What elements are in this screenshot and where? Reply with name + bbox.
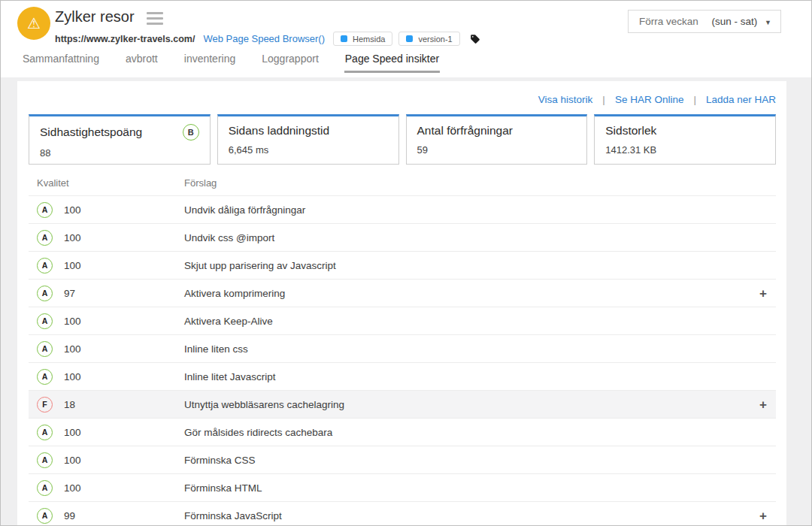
- stat-card-value: 6,645 ms: [229, 144, 388, 156]
- chevron-down-icon: ▼: [765, 19, 771, 26]
- quality-cell: A 100: [29, 313, 184, 329]
- suggestion-text: Aktivera Keep-Alive: [184, 316, 776, 327]
- suggestion-text: Gör målsides ridirects cachebara: [184, 427, 776, 438]
- stat-cards: Sidhastighetspoäng B 88 Sidans laddnings…: [29, 114, 776, 165]
- table-row[interactable]: A 100 Inline litet Javascript +: [29, 362, 776, 390]
- score-value: 100: [64, 343, 81, 355]
- score-value: 100: [64, 482, 81, 494]
- grade-badge: A: [37, 425, 53, 440]
- tag-chip[interactable]: Hemsida: [333, 32, 392, 46]
- monitor-title: Zylker resor: [55, 8, 135, 26]
- suggestion-text: Förminska CSS: [184, 455, 776, 466]
- score-value: 100: [64, 455, 81, 466]
- score-value: 100: [64, 232, 81, 243]
- stat-card-label: Sidans laddningstid: [229, 124, 329, 138]
- period-dropdown[interactable]: Förra veckan (sun - sat) ▼: [628, 10, 781, 33]
- grade-badge: A: [37, 286, 53, 301]
- quality-cell: A 100: [29, 480, 184, 496]
- har-link[interactable]: Ladda ner HAR: [683, 94, 776, 105]
- stat-card-value: 1412.31 KB: [605, 144, 765, 156]
- column-header-quality: Kvalitet: [29, 177, 184, 189]
- suggestion-text: Skjut upp parisering av Javascript: [184, 260, 776, 271]
- table-header: Kvalitet Förslag: [29, 171, 776, 195]
- har-link[interactable]: Visa historik: [538, 94, 593, 105]
- score-value: 97: [64, 288, 75, 299]
- suggestion-text: Undvik dåliga förfrågningar: [184, 204, 776, 216]
- expand-plus-icon[interactable]: +: [759, 509, 767, 522]
- grade-badge: A: [37, 341, 53, 357]
- table-row[interactable]: A 100 Undvik css @import +: [29, 223, 776, 251]
- tag-icon[interactable]: [470, 34, 480, 44]
- quality-cell: A 100: [29, 369, 184, 385]
- tag-chip[interactable]: version-1: [398, 32, 459, 46]
- quality-cell: A 100: [29, 202, 184, 218]
- monitor-subrow: https://www.zylker-travels.com/ Web Page…: [55, 32, 480, 46]
- tab[interactable]: Page Speed insikter: [344, 50, 440, 73]
- monitor-url: https://www.zylker-travels.com/: [55, 34, 195, 44]
- stat-card: Sidhastighetspoäng B 88: [29, 114, 211, 165]
- quality-cell: A 97: [29, 286, 184, 301]
- har-link[interactable]: Se HAR Online: [592, 94, 683, 105]
- table-body: A 100 Undvik dåliga förfrågningar + A 10…: [29, 195, 776, 526]
- expand-plus-icon[interactable]: +: [759, 398, 767, 411]
- table-row[interactable]: A 100 Inline liten css +: [29, 334, 776, 362]
- quality-cell: A 100: [29, 341, 184, 357]
- table-row[interactable]: A 100 Förminska CSS +: [29, 446, 776, 473]
- grade-badge: A: [37, 508, 53, 524]
- grade-badge: A: [37, 313, 53, 329]
- table-row[interactable]: A 99 Förminska JavaScript +: [29, 501, 776, 526]
- stat-card-label: Sidstorlek: [605, 124, 656, 138]
- har-links: Visa historikSe HAR OnlineLadda ner HAR: [17, 89, 786, 110]
- quality-cell: A 100: [29, 258, 184, 274]
- suggestion-text: Aktivera komprimering: [184, 288, 759, 299]
- period-range: (sun - sat): [712, 16, 758, 27]
- quality-cell: A 100: [29, 452, 184, 468]
- score-value: 100: [64, 316, 81, 327]
- period-label: Förra veckan: [639, 16, 698, 27]
- stat-card: Sidans laddningstid 6,645 ms: [217, 114, 399, 165]
- table-row[interactable]: F 18 Utnyttja webbläsarens cachelagring …: [29, 390, 776, 418]
- tab[interactable]: avbrott: [125, 50, 159, 73]
- table-row[interactable]: A 97 Aktivera komprimering +: [29, 279, 776, 307]
- suggestion-text: Inline litet Javascript: [184, 371, 776, 382]
- grade-badge: A: [37, 452, 53, 468]
- suggestions-table: Kvalitet Förslag A 100 Undvik dåliga för…: [29, 171, 776, 526]
- tab[interactable]: inventering: [183, 50, 237, 73]
- grade-badge: A: [37, 230, 53, 246]
- quality-cell: A 100: [29, 425, 184, 440]
- score-value: 100: [64, 427, 81, 438]
- stat-card-value: 88: [40, 147, 199, 159]
- page-speed-panel: Visa historikSe HAR OnlineLadda ner HAR …: [17, 81, 786, 526]
- grade-badge: B: [183, 124, 199, 141]
- warning-icon: ⚠: [27, 14, 41, 32]
- expand-plus-icon[interactable]: +: [759, 287, 767, 300]
- score-value: 99: [64, 510, 75, 521]
- monitor-status-avatar: ⚠: [17, 7, 50, 40]
- score-value: 100: [64, 371, 81, 382]
- grade-badge: A: [37, 258, 53, 274]
- tab[interactable]: Sammanfattning: [22, 50, 100, 73]
- tab[interactable]: Loggrapport: [261, 50, 320, 73]
- suggestion-text: Förminska HTML: [184, 482, 776, 494]
- score-value: 100: [64, 260, 81, 271]
- quality-cell: A 100: [29, 230, 184, 246]
- web-page-speed-browser-link[interactable]: Web Page Speed Browser(): [203, 33, 325, 44]
- tag-chip-label: version-1: [418, 35, 452, 44]
- table-row[interactable]: A 100 Förminska HTML +: [29, 473, 776, 501]
- table-row[interactable]: A 100 Undvik dåliga förfrågningar +: [29, 195, 776, 223]
- stat-card: Antal förfrågningar 59: [406, 114, 588, 165]
- hamburger-menu-icon[interactable]: [147, 12, 163, 28]
- column-header-suggestion: Förslag: [184, 177, 217, 189]
- table-row[interactable]: A 100 Skjut upp parisering av Javascript…: [29, 251, 776, 279]
- tag-color-square: [341, 35, 347, 42]
- grade-badge: A: [37, 369, 53, 385]
- stat-card-label: Antal förfrågningar: [417, 124, 514, 138]
- score-value: 100: [64, 204, 81, 216]
- score-value: 18: [64, 399, 75, 410]
- suggestion-text: Inline liten css: [184, 343, 776, 355]
- tab-bar: SammanfattningavbrottinventeringLoggrapp…: [1, 50, 811, 77]
- table-row[interactable]: A 100 Aktivera Keep-Alive +: [29, 307, 776, 334]
- tag-chip-label: Hemsida: [353, 35, 385, 44]
- table-row[interactable]: A 100 Gör målsides ridirects cachebara +: [29, 418, 776, 446]
- content-area: Visa historikSe HAR OnlineLadda ner HAR …: [1, 77, 811, 526]
